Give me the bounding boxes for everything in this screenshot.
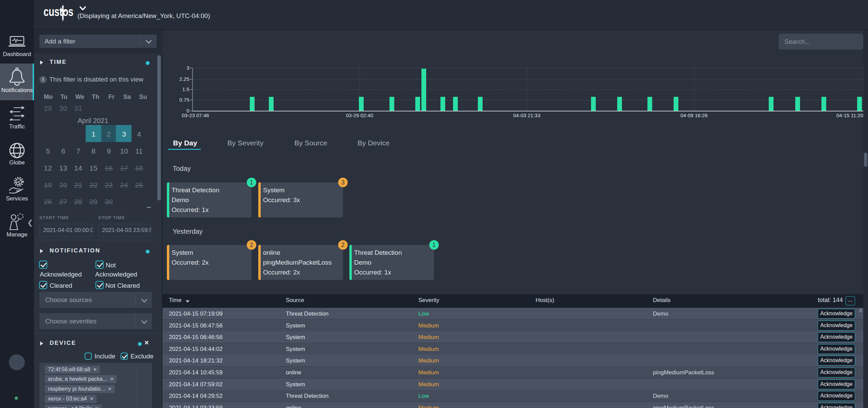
svg-text:2.25: 2.25 (179, 76, 189, 82)
svg-text:3: 3 (187, 65, 189, 71)
svg-text:1.5: 1.5 (182, 86, 189, 92)
svg-text:03-29 02:40: 03-29 02:40 (346, 112, 373, 118)
svg-text:custos: custos (44, 5, 73, 19)
svg-text:0.75: 0.75 (179, 97, 189, 103)
svg-text:03-23 07:46: 03-23 07:46 (182, 112, 209, 118)
svg-text:04-15 11:20: 04-15 11:20 (836, 112, 863, 118)
svg-text:04-03 21:33: 04-03 21:33 (513, 112, 540, 118)
svg-text:04-09 16:26: 04-09 16:26 (680, 112, 708, 118)
